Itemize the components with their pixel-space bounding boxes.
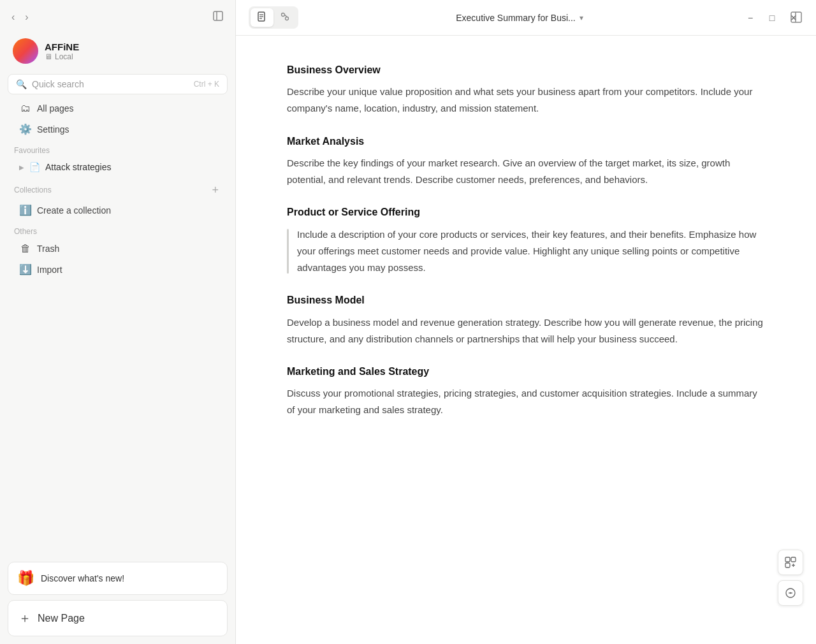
trash-icon: 🗑 (19, 243, 32, 254)
sidebar-nav-section: 🗂 All pages ⚙️ Settings (8, 98, 228, 140)
settings-label: Settings (37, 124, 69, 135)
sidebar-item-all-pages[interactable]: 🗂 All pages (13, 98, 222, 119)
sidebar-item-import[interactable]: ⬇️ Import (13, 259, 222, 280)
workspace-type: Local (55, 52, 73, 61)
workspace-avatar (13, 38, 38, 64)
create-collection-label: Create a collection (37, 205, 111, 216)
svg-line-8 (285, 15, 288, 17)
sidebar-nav-buttons: ‹ › (8, 8, 228, 27)
maximize-button[interactable]: □ (762, 8, 782, 27)
search-bar[interactable]: 🔍 Quick search Ctrl + K (8, 74, 228, 94)
import-label: Import (37, 265, 62, 275)
search-icon: 🔍 (16, 79, 27, 89)
add-collection-button[interactable]: + (209, 183, 221, 197)
workspace-text: AFFiNE 🖥 Local (45, 41, 79, 61)
workspace-name: AFFiNE (45, 41, 79, 52)
all-pages-label: All pages (37, 103, 74, 113)
pages-icon: 🗂 (19, 103, 32, 114)
attack-strategies-label: Attack strategies (45, 162, 112, 172)
doc-section-product-service: Product or Service OfferingInclude a des… (287, 203, 765, 276)
svg-rect-13 (785, 563, 790, 567)
svg-point-7 (286, 17, 289, 20)
collections-header: Collections + (8, 177, 228, 200)
others-section: 🗑 Trash ⬇️ Import (8, 238, 228, 280)
sidebar-toggle-button[interactable] (208, 8, 228, 27)
new-page-label: New Page (38, 613, 85, 624)
settings-icon: ⚙️ (19, 123, 32, 135)
document-content: Business OverviewDescribe your unique va… (236, 36, 816, 644)
svg-point-6 (282, 13, 285, 17)
trash-label: Trash (37, 244, 59, 254)
gift-icon: 🎁 (17, 570, 34, 587)
doc-heading-business-model: Business Model (287, 291, 765, 309)
doc-section-business-model: Business ModelDevelop a business model a… (287, 291, 765, 348)
doc-heading-business-overview: Business Overview (287, 61, 765, 78)
discover-label: Discover what's new! (41, 573, 124, 583)
doc-para-marketing-sales: Discuss your promotional strategies, pri… (287, 385, 765, 419)
sidebar: ‹ › AFFiNE 🖥 Local 🔍 Quick search Ctrl +… (0, 0, 236, 644)
new-page-button[interactable]: ＋ New Page (8, 600, 228, 636)
forward-button[interactable]: › (21, 9, 32, 26)
doc-para-business-model: Develop a business model and revenue gen… (287, 314, 765, 348)
window-titlebar: Executive Summary for Busi... ▾ − □ ✕ (236, 0, 816, 36)
create-collection-item[interactable]: ℹ️ Create a collection (13, 200, 222, 221)
doc-section-market-analysis: Market AnalysisDescribe the key findings… (287, 133, 765, 189)
others-label: Others (8, 221, 228, 238)
sidebar-item-trash[interactable]: 🗑 Trash (13, 238, 222, 259)
titlebar-left (249, 6, 298, 29)
content-layout-button[interactable] (787, 8, 806, 29)
view-toggle (249, 6, 298, 29)
monitor-icon: 🖥 (45, 52, 52, 61)
workspace-sub: 🖥 Local (45, 52, 79, 61)
favourites-label: Favourites (8, 140, 228, 157)
doc-heading-market-analysis: Market Analysis (287, 133, 765, 150)
edgeless-view-button[interactable] (273, 8, 296, 27)
document-title: Executive Summary for Busi... (456, 13, 576, 23)
sidebar-item-attack-strategies[interactable]: ▶ 📄 Attack strategies (13, 157, 222, 177)
svg-point-18 (790, 592, 791, 594)
main-area: Executive Summary for Busi... ▾ − □ ✕ Bu… (236, 0, 816, 644)
sidebar-item-settings[interactable]: ⚙️ Settings (13, 119, 222, 140)
title-dropdown-icon: ▾ (579, 13, 583, 22)
import-icon: ⬇️ (19, 263, 32, 275)
document-sections: Business OverviewDescribe your unique va… (287, 61, 765, 419)
search-text: Quick search (32, 79, 189, 89)
back-button[interactable]: ‹ (8, 9, 18, 26)
sidebar-top: ‹ › AFFiNE 🖥 Local 🔍 Quick search Ctrl +… (0, 0, 235, 285)
sidebar-bottom: 🎁 Discover what's new! ＋ New Page (0, 554, 235, 644)
doc-heading-marketing-sales: Marketing and Sales Strategy (287, 363, 765, 380)
floating-actions (778, 550, 803, 606)
favourites-section: ▶ 📄 Attack strategies (8, 157, 228, 177)
doc-section-business-overview: Business OverviewDescribe your unique va… (287, 61, 765, 117)
nav-arrows: ‹ › (8, 9, 33, 26)
plus-icon: ＋ (18, 610, 31, 627)
collections-section: ℹ️ Create a collection (8, 200, 228, 221)
doc-section-marketing-sales: Marketing and Sales StrategyDiscuss your… (287, 363, 765, 419)
comment-button[interactable] (778, 580, 803, 606)
svg-rect-9 (791, 12, 801, 22)
document-title-bar[interactable]: Executive Summary for Busi... ▾ (456, 13, 583, 23)
doc-heading-product-service: Product or Service Offering (287, 203, 765, 221)
svg-rect-0 (214, 11, 222, 20)
svg-rect-11 (785, 557, 790, 562)
document-icon: 📄 (29, 162, 40, 172)
search-shortcut: Ctrl + K (194, 80, 219, 89)
collections-label: Collections (14, 186, 52, 194)
doc-para-market-analysis: Describe the key findings of your market… (287, 155, 765, 189)
minimize-button[interactable]: − (741, 8, 760, 27)
chevron-right-icon: ▶ (19, 164, 24, 171)
doc-para-business-overview: Describe your unique value proposition a… (287, 84, 765, 117)
workspace-info[interactable]: AFFiNE 🖥 Local (8, 34, 228, 68)
info-icon: ℹ️ (19, 204, 32, 216)
doc-para-product-service: Include a description of your core produ… (287, 226, 765, 277)
page-view-button[interactable] (251, 8, 273, 27)
add-block-button[interactable] (778, 550, 803, 575)
discover-button[interactable]: 🎁 Discover what's new! (8, 562, 228, 595)
svg-rect-12 (791, 557, 796, 562)
